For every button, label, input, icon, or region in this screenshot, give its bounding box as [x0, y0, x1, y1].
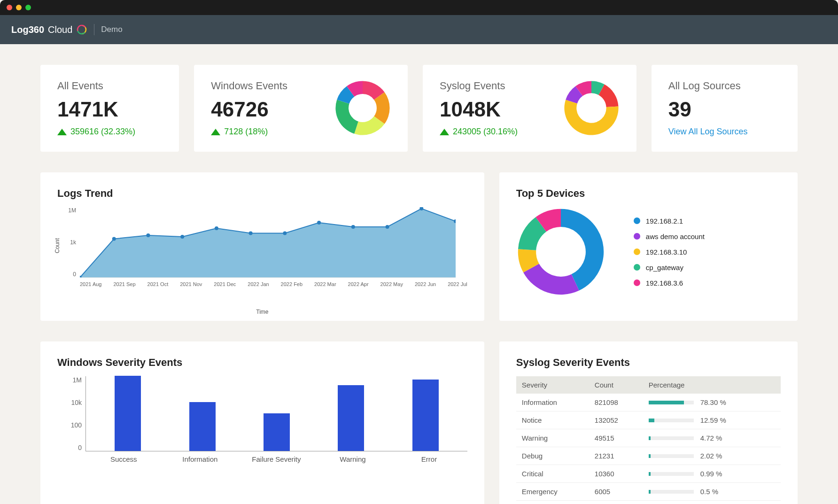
stat-card-windows-events[interactable]: Windows Events 46726 7128 (18%): [194, 65, 408, 152]
table-row[interactable]: Warning 49515 4.72 %: [516, 429, 781, 447]
legend-label: cp_gateway: [646, 264, 683, 271]
view-all-log-sources-link[interactable]: View All Log Sources: [668, 127, 748, 137]
stat-title: All Log Sources: [668, 80, 748, 92]
cell-count: 49515: [589, 429, 643, 447]
charts-row-1: Logs Trend Count 1M1k0 2021 Aug2021 Sep2…: [40, 172, 798, 321]
stat-value: 39: [668, 98, 748, 121]
windows-severity-chart[interactable]: 1M10k1000 SuccessInformationFailure Seve…: [57, 376, 467, 470]
trend-up-icon: [57, 129, 67, 135]
percentageide-bar: [649, 472, 694, 476]
stat-card-syslog-events[interactable]: Syslog Events 1048K 243005 (30.16%): [423, 65, 636, 152]
table-row[interactable]: Notice 132052 12.59 %: [516, 411, 781, 429]
cell-count: 821098: [589, 394, 643, 411]
windows-severity-card: Windows Severity Events 1M10k1000 Succes…: [40, 341, 484, 504]
dashboard-content: All Events 1471K 359616 (32.33%) Windows…: [0, 44, 838, 504]
cell-severity: Emergency: [516, 483, 589, 501]
app-header: Log360 Cloud Demo: [0, 15, 838, 44]
svg-point-10: [317, 221, 321, 225]
th-percentage[interactable]: Percentage: [643, 376, 781, 394]
percentageide-bar: [649, 436, 694, 440]
trend-up-icon: [440, 129, 449, 135]
logs-trend-xlabel: Time: [57, 309, 467, 315]
bar[interactable]: [115, 376, 141, 451]
syslog-severity-card: Syslog Severity Events Severity Count Pe…: [499, 341, 798, 504]
percentageide-bar: [649, 454, 694, 458]
bar[interactable]: [412, 380, 439, 451]
syslog-events-donut[interactable]: [563, 80, 620, 136]
legend-item[interactable]: 192.168.3.10: [634, 248, 705, 256]
stat-title: Windows Events: [211, 80, 287, 92]
header-divider: [94, 24, 94, 35]
svg-point-5: [146, 233, 150, 237]
table-row[interactable]: Critical 10360 0.99 %: [516, 465, 781, 483]
legend-dot-icon: [634, 248, 640, 255]
brand-name-2: Cloud: [48, 24, 72, 35]
svg-point-12: [386, 225, 389, 229]
stat-change: 243005 (30.16%): [440, 127, 518, 137]
top-devices-donut[interactable]: [516, 207, 605, 296]
stat-title: All Events: [57, 80, 135, 92]
ws-plot: [85, 376, 467, 451]
cell-severity: Critical: [516, 465, 589, 483]
stat-title: Syslog Events: [440, 80, 518, 92]
logs-trend-chart[interactable]: Count 1M1k0 2021 Aug2021 Sep2021 Oct2021…: [57, 207, 467, 306]
cell-count: 132052: [589, 411, 643, 429]
legend-dot-icon: [634, 217, 640, 224]
logs-trend-y-ticks: 1M1k0: [57, 207, 76, 278]
windows-severity-title: Windows Severity Events: [57, 357, 467, 369]
th-severity[interactable]: Severity: [516, 376, 589, 394]
legend-dot-icon: [634, 264, 640, 271]
window-minimize-icon[interactable]: [16, 5, 22, 10]
stat-change: 359616 (32.33%): [57, 127, 135, 137]
syslog-severity-table: Severity Count Percentage Information 82…: [516, 376, 781, 501]
table-row[interactable]: Information 821098 78.30 %: [516, 394, 781, 411]
legend-item[interactable]: 192.168.3.6: [634, 279, 705, 287]
table-row[interactable]: Debug 21231 2.02 %: [516, 447, 781, 465]
svg-point-8: [249, 232, 253, 235]
svg-point-11: [351, 225, 355, 229]
bar[interactable]: [338, 385, 364, 451]
th-count[interactable]: Count: [589, 376, 643, 394]
stat-change: 7128 (18%): [211, 127, 287, 137]
legend-item[interactable]: 192.168.2.1: [634, 217, 705, 225]
cell-severity: Debug: [516, 447, 589, 465]
legend-label: 192.168.3.6: [646, 279, 683, 287]
table-row[interactable]: Emergency 6005 0.5 %: [516, 483, 781, 501]
window-maximize-icon[interactable]: [25, 5, 31, 10]
stats-row: All Events 1471K 359616 (32.33%) Windows…: [40, 65, 798, 152]
logs-trend-card: Logs Trend Count 1M1k0 2021 Aug2021 Sep2…: [40, 172, 484, 321]
cell-percentage: 0.5 %: [643, 483, 781, 501]
window-close-icon[interactable]: [7, 5, 12, 10]
logs-trend-plot: [80, 207, 456, 278]
svg-point-7: [215, 226, 218, 230]
brand-logo-icon: [76, 24, 87, 35]
brand-name-1: Log360: [11, 24, 44, 35]
ws-y-ticks: 1M10k1000: [57, 376, 82, 451]
logs-trend-x-labels: 2021 Aug2021 Sep2021 Oct2021 Nov2021 Dec…: [80, 281, 467, 287]
stat-card-log-sources[interactable]: All Log Sources 39 View All Log Sources: [652, 65, 798, 152]
percentageide-bar: [649, 401, 694, 404]
ws-x-labels: SuccessInformationFailure SeverityWarnin…: [85, 455, 467, 463]
percentageide-bar: [649, 419, 694, 422]
cell-count: 6005: [589, 483, 643, 501]
bar[interactable]: [189, 402, 216, 451]
stat-card-all-events[interactable]: All Events 1471K 359616 (32.33%): [40, 65, 179, 152]
legend-label: 192.168.3.10: [646, 248, 687, 256]
cell-severity: Warning: [516, 429, 589, 447]
bar[interactable]: [264, 413, 290, 451]
trend-up-icon: [211, 129, 220, 135]
demo-label: Demo: [101, 25, 122, 34]
stat-value: 1471K: [57, 98, 135, 121]
top-devices-title: Top 5 Devices: [516, 187, 781, 200]
top-devices-card: Top 5 Devices 192.168.2.1aws demo accoun…: [499, 172, 798, 321]
legend-item[interactable]: aws demo account: [634, 233, 705, 240]
legend-label: 192.168.2.1: [646, 217, 683, 225]
cell-percentage: 78.30 %: [643, 394, 781, 411]
svg-point-6: [180, 235, 184, 239]
windows-events-donut[interactable]: [334, 80, 391, 136]
legend-item[interactable]: cp_gateway: [634, 264, 705, 271]
percentageide-bar: [649, 490, 694, 494]
cell-severity: Information: [516, 394, 589, 411]
cell-percentage: 12.59 %: [643, 411, 781, 429]
svg-point-4: [112, 237, 116, 241]
